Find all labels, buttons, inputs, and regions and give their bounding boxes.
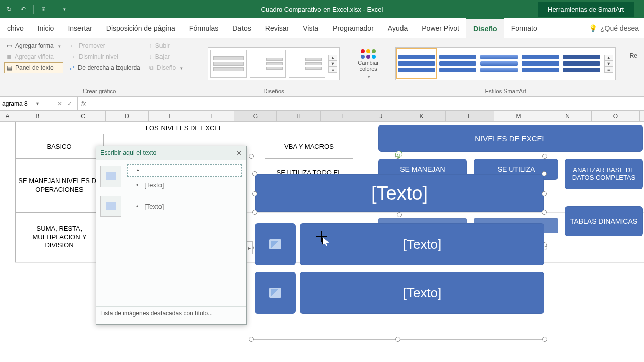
close-icon[interactable]: ✕ [236,149,242,157]
col-header-O[interactable]: O [592,111,640,121]
tab-vista[interactable]: Vista [296,18,326,38]
resize-handle[interactable] [252,210,257,215]
style-thumb-5[interactable] [563,50,600,78]
arrow-right-icon: → [70,53,76,60]
smartart-styles-gallery[interactable]: ▲ ▼ ≡ [395,47,616,80]
arrow-left-icon: ← [70,42,76,49]
qat-customize-icon[interactable]: ▾ [60,5,68,13]
gallery-down-icon[interactable]: ▼ [604,61,613,67]
new-file-icon[interactable]: 🗎 [40,5,48,13]
sa-image-placeholder-2[interactable] [255,272,296,314]
lightbulb-icon: 💡 [589,24,597,32]
tab-archivo[interactable]: chivo [0,18,31,38]
cell-basico: BASICO [15,134,104,159]
resize-handle[interactable] [397,212,402,217]
layout-thumb-3[interactable] [289,50,325,78]
gallery-down-icon[interactable]: ▼ [328,61,337,67]
sa-tablas-dinamicas[interactable]: TABLAS DINAMICAS [565,206,643,236]
text-pane-thumb-1[interactable] [100,166,121,187]
gallery-more-icon[interactable]: ≡ [604,67,613,73]
tab-insertar[interactable]: Insertar [61,18,99,38]
col-header-F[interactable]: F [192,111,234,121]
rotate-handle-icon[interactable] [395,151,403,158]
col-header-N[interactable]: N [543,111,592,121]
gallery-more-icon[interactable]: ≡ [328,67,337,73]
resize-handle[interactable] [252,171,257,176]
sa-analizar[interactable]: ANALIZAR BASE DE DATOS COMPLETAS [565,159,643,189]
col-header-I[interactable]: I [321,111,365,121]
agregar-forma-button[interactable]: ▭ Agregar forma [4,40,63,51]
smartart-text-pane[interactable]: Escribir aqui el texto ✕ • • [Texto] • [… [96,146,247,325]
cambiar-colores-button[interactable]: Cambiar colores [353,47,384,80]
resize-handle[interactable] [542,191,547,196]
tab-power-pivot[interactable]: Power Pivot [415,18,466,38]
col-header-L[interactable]: L [446,111,494,121]
gallery-up-icon[interactable]: ▲ [604,55,613,61]
panel-de-texto-button[interactable]: ▤ Panel de texto [4,62,63,73]
col-header-H[interactable]: H [277,111,321,121]
text-pane-bullet-active[interactable]: • [127,164,242,177]
resize-handle[interactable] [252,191,257,196]
restablecer-button[interactable]: Re [627,50,640,61]
tell-me-search[interactable]: 💡 ¿Qué desea [584,18,644,38]
quick-access-toolbar: ↻ ↶ 🗎 ▾ [0,5,68,14]
sa-texto-row2[interactable]: [Texto] [300,272,544,314]
resize-handle[interactable] [542,210,547,215]
arrow-up-icon: ↑ [149,42,152,49]
accept-icon[interactable]: ✓ [67,100,72,107]
tab-disposicion[interactable]: Disposición de página [99,18,182,38]
cancel-icon[interactable]: ✕ [57,100,62,107]
col-header-B[interactable]: B [15,111,60,121]
sa-texto-big[interactable]: [Texto] [255,174,544,212]
gallery-up-icon[interactable]: ▲ [328,55,337,61]
style-thumb-1[interactable] [398,50,435,78]
subir-button: ↑ Subir [147,40,185,51]
tab-programador[interactable]: Programador [326,18,381,38]
tab-inicio[interactable]: Inicio [31,18,61,38]
resize-handle[interactable] [542,171,547,176]
cell-vba-macros: VBA Y MACROS [265,134,353,159]
undo-icon[interactable]: ↶ [19,5,27,13]
fx-icon[interactable]: fx [78,97,89,110]
text-pane-bullet[interactable]: • [Texto] [127,203,242,210]
tab-revisar[interactable]: Revisar [258,18,296,38]
diseno-layout-button: ⧉ Diseño [147,62,185,73]
style-thumb-3[interactable] [480,50,518,78]
col-header-J[interactable]: J [365,111,397,121]
tab-formato[interactable]: Formato [504,18,544,38]
col-header-C[interactable]: C [60,111,106,121]
col-header-D[interactable]: D [106,111,149,121]
tab-datos[interactable]: Datos [225,18,258,38]
style-thumb-4[interactable] [522,50,559,78]
col-header-G[interactable]: G [234,111,277,121]
col-header-K[interactable]: K [397,111,446,121]
layout-thumb-2[interactable] [250,50,286,78]
text-pane-toggle-chevron[interactable]: ▸ [246,241,253,254]
text-pane-bullet[interactable]: • [Texto] [127,181,242,189]
style-thumb-2[interactable] [439,50,476,78]
tab-formulas[interactable]: Fórmulas [182,18,225,38]
tab-diseno[interactable]: Diseño [466,18,504,38]
title-bar: ↻ ↶ 🗎 ▾ Cuadro Comparativo en Excel.xlsx… [0,0,644,18]
sa-niveles-excel[interactable]: NIVELES DE EXCEL [378,125,643,152]
ribbon-group-estilos-smartart: ▲ ▼ ≡ Estilos SmartArt [388,38,623,96]
derecha-izquierda-button[interactable]: ⇄ De derecha a izquierda [67,62,143,73]
name-box[interactable]: agrama 8 ▼ [0,97,42,110]
text-pane-thumb-2[interactable] [100,196,121,217]
dropdown-caret-icon[interactable]: ▼ [35,101,40,106]
cell-se-manejan: SE MANEJAN NIVELES DE OPERACIONES [15,159,104,212]
sa-texto-row1[interactable]: [Texto] [300,223,544,265]
column-headers: A B C D E F G H I J K L M N O [0,111,644,122]
redo-icon[interactable]: ↻ [5,5,13,13]
ribbon-tabs: chivo Inicio Insertar Disposición de pág… [0,18,644,38]
tab-ayuda[interactable]: Ayuda [381,18,415,38]
col-header-E[interactable]: E [149,111,192,121]
sa-image-placeholder-1[interactable] [255,223,296,265]
add-shape-icon: ▭ [7,42,12,49]
col-header-M[interactable]: M [494,111,543,121]
col-header-A[interactable]: A [0,111,15,121]
layouts-gallery[interactable]: ▲ ▼ ≡ [208,47,340,80]
formula-input[interactable] [89,97,644,110]
layout-thumb-1[interactable] [210,50,247,78]
ribbon-group-crear-grafico: ▭ Agregar forma ≣ Agregar viñeta ▤ Panel… [0,38,199,96]
